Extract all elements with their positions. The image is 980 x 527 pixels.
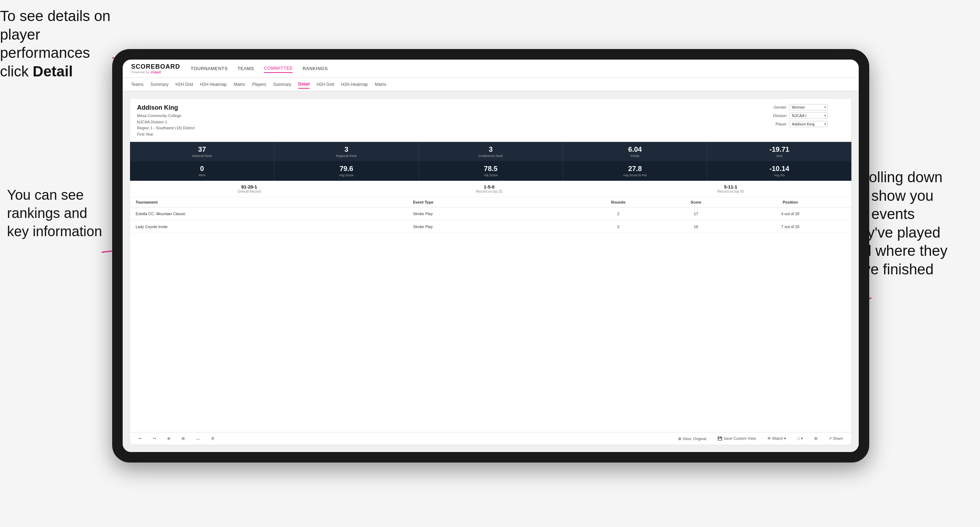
toolbar-undo[interactable]: ↩ [136,435,145,442]
stat-label-adj-score: Adj Score [422,173,560,177]
annotation-bold: Detail [33,63,73,79]
annotation-line2: player performances [0,26,90,61]
gender-select-wrapper: Women Men [789,104,828,110]
stat-value-avg-score: 79.6 [277,165,416,173]
nav-rankings[interactable]: RANKINGS [302,65,328,73]
player-info-right: Gender Women Men Division [767,104,844,127]
record-overall-value: 91-20-1 [238,184,261,190]
stat-label-avg-sg: Avg SG [710,173,849,177]
sub-nav-matrix[interactable]: Matrix [234,81,245,88]
nav-teams[interactable]: TEAMS [238,65,254,73]
stat-label-avg-score-to-par: Avg Score to Par [566,173,704,177]
division-select[interactable]: NJCAA I NJCAA II [789,113,828,119]
player-label: Player [767,122,786,126]
th-tournament: Tournament [136,200,413,204]
sub-nav-h2hgrid2[interactable]: H2H Grid [317,81,334,88]
toolbar-add[interactable]: ⊕ [164,435,173,442]
stat-avg-sg: -10.14 Avg SG [707,161,851,181]
stat-label-sos: SoS [710,154,849,158]
toolbar-view-original[interactable]: 🖥 View: Original [675,435,709,442]
stat-value-adj-score: 78.5 [422,165,560,173]
sub-nav-summary2[interactable]: Summary [273,81,291,88]
player-division: NJCAA Division 1 [137,119,194,125]
stats-row-1: 37 National Rank 3 Regional Rank 3 Confe… [130,142,851,161]
stat-points: 6.04 Points [563,142,707,161]
td-rounds-2: 2 [579,225,657,229]
player-region: Region 1 - Southwest (18) District [137,125,194,132]
gender-select[interactable]: Women Men [789,104,828,110]
td-position-1: 4 out of 20 [735,212,846,216]
record-top25: 1-5-0 Record vs top 25 [476,184,503,194]
toolbar-watch[interactable]: 👁 Watch ▾ [764,435,789,442]
records-row: 91-20-1 Overall Record 1-5-0 Record vs t… [130,181,851,197]
td-event-1: Stroke Play [413,212,579,216]
player-school: Mesa Community College [137,113,194,119]
toolbar-redo[interactable]: ↪ [150,435,159,442]
logo-scoreboard: SCOREBOARD [131,63,180,70]
main-nav-items: TOURNAMENTS TEAMS COMMITTEE RANKINGS [191,64,328,73]
stat-adj-score: 78.5 Adj Score [419,161,563,181]
player-filter-row: Player Addison King [767,121,844,127]
stats-row-2: 0 Wins 79.6 Avg Score 78.5 Adj Score 27.… [130,161,851,181]
toolbar-grid[interactable]: ⊞ [179,435,188,442]
td-score-2: 16 [657,225,735,229]
record-overall: 91-20-1 Overall Record [238,184,261,194]
toolbar-share[interactable]: ↗ Share [826,435,846,442]
detail-panel: Addison King Mesa Community College NJCA… [130,98,852,445]
main-nav: SCOREBOARD Powered by clippd TOURNAMENTS… [123,60,859,78]
td-event-2: Stroke Play [413,225,579,229]
stat-value-avg-sg: -10.14 [710,165,849,173]
record-overall-label: Overall Record [238,190,261,194]
stat-label-regional-rank: Regional Rank [277,154,416,158]
stat-wins: 0 Wins [130,161,274,181]
toolbar-screen[interactable]: □ ▾ [795,435,806,442]
content-area: Addison King Mesa Community College NJCA… [123,91,859,452]
toolbar-settings[interactable]: ⚙ [208,435,217,442]
table-header: Tournament Event Type Rounds Score Posit… [130,197,851,208]
th-score: Score [657,200,735,204]
sub-nav-detail[interactable]: Detail [298,80,310,89]
division-label: Division [767,114,786,118]
stat-regional-rank: 3 Regional Rank [274,142,419,161]
record-top50-value: 5-11-1 [718,184,744,190]
bottom-toolbar: ↩ ↪ ⊕ ⊞ — ⚙ 🖥 View: Original 💾 Save Cust… [130,432,851,444]
td-tournament-2: Lady Coyote Invite [136,225,413,229]
logo-clippd: clippd [151,70,161,74]
tablet-device: SCOREBOARD Powered by clippd TOURNAMENTS… [112,49,869,462]
player-select[interactable]: Addison King [789,121,828,127]
record-top25-label: Record vs top 25 [476,190,503,194]
tournament-table: Tournament Event Type Rounds Score Posit… [130,197,851,432]
table-row[interactable]: Lady Coyote Invite Stroke Play 2 16 7 ou… [130,221,851,233]
th-rounds: Rounds [579,200,657,204]
stat-value-national-rank: 37 [133,145,271,154]
tablet-screen: SCOREBOARD Powered by clippd TOURNAMENTS… [123,60,859,452]
sub-nav-summary[interactable]: Summary [150,81,168,88]
table-row[interactable]: Estella CC- Mountain Classic Stroke Play… [130,208,851,221]
sub-nav-players[interactable]: Players [252,81,266,88]
td-position-2: 7 out of 20 [735,225,846,229]
sub-nav-matrix2[interactable]: Matrix [375,81,387,88]
th-position: Position [735,200,846,204]
sub-nav-teams[interactable]: Teams [131,81,143,88]
sub-nav-h2hgrid[interactable]: H2H Grid [176,81,193,88]
gender-label: Gender [767,105,786,110]
sub-nav-h2hheatmap[interactable]: H2H Heatmap [200,81,227,88]
stat-sos: -19.71 SoS [707,142,851,161]
td-rounds-1: 2 [579,212,657,216]
player-name: Addison King [137,104,194,111]
toolbar-minus[interactable]: — [193,435,203,442]
nav-committee[interactable]: COMMITTEE [264,64,293,73]
sub-nav-h2hheatmap2[interactable]: H2H Heatmap [341,81,368,88]
stat-national-rank: 37 National Rank [130,142,274,161]
stat-label-wins: Wins [133,173,271,177]
stat-conference-rank: 3 Conference Rank [419,142,563,161]
toolbar-save-custom[interactable]: 💾 Save Custom View [715,435,759,442]
stat-value-wins: 0 [133,165,271,173]
logo-powered: Powered by clippd [131,70,180,74]
td-score-1: 17 [657,212,735,216]
nav-tournaments[interactable]: TOURNAMENTS [191,65,228,73]
stat-label-national-rank: National Rank [133,154,271,158]
stat-avg-score: 79.6 Avg Score [274,161,419,181]
toolbar-expand[interactable]: ⊞ [811,435,820,442]
stat-avg-score-to-par: 27.8 Avg Score to Par [563,161,707,181]
